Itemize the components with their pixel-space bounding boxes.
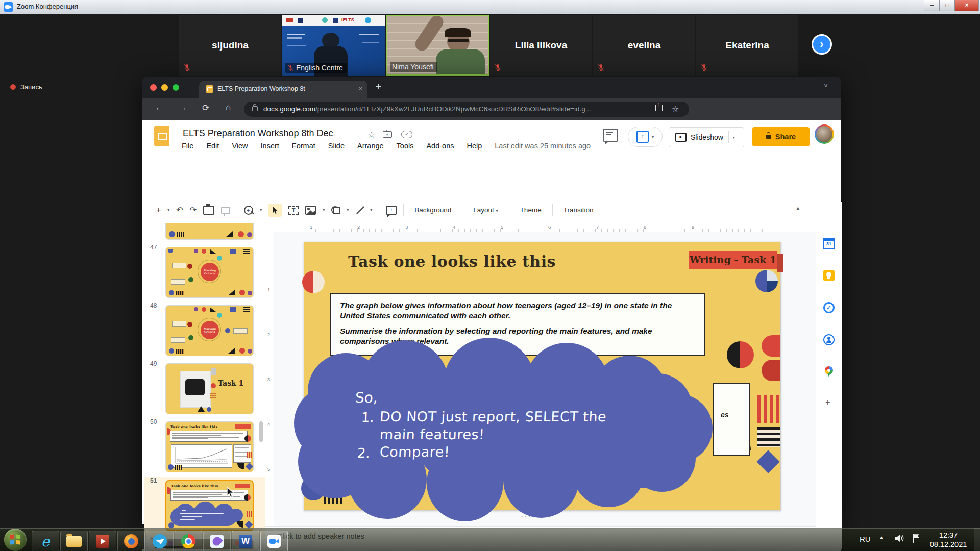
menu-tools[interactable]: Tools — [397, 142, 414, 150]
get-addons-plus-icon[interactable]: + — [825, 398, 830, 407]
next-participants-button[interactable]: › — [812, 34, 832, 55]
doc-title[interactable]: ELTS Preparation Workshop 8th Dec — [183, 128, 333, 139]
menu-edit[interactable]: Edit — [206, 142, 219, 150]
participant-tile[interactable]: evelina — [593, 15, 695, 76]
insert-image-button[interactable] — [305, 206, 316, 215]
insert-comment-button[interactable]: + — [386, 206, 397, 215]
caret-down-icon[interactable]: ▾ — [370, 208, 372, 212]
star-doc-icon[interactable]: ☆ — [368, 130, 375, 140]
browser-tab[interactable]: ELTS Preparation Workshop 8t × — [199, 81, 368, 98]
mac-minimize-icon[interactable] — [161, 84, 168, 91]
participant-tile[interactable]: Lilia Ilikova — [490, 15, 592, 76]
maximize-button[interactable]: □ — [939, 0, 955, 11]
show-desktop-button[interactable] — [974, 528, 980, 551]
taskbar-lightshot-icon[interactable] — [203, 531, 231, 551]
textbox-tool-button[interactable]: T — [288, 206, 299, 215]
caret-down-icon[interactable]: ▾ — [733, 135, 735, 140]
zoom-button[interactable]: + — [244, 206, 253, 215]
background-button[interactable]: Background — [410, 206, 455, 214]
calendar-icon[interactable]: 31 — [823, 238, 835, 249]
url-field[interactable]: docs.google.com/presentation/d/1FfzXjZ9k… — [244, 102, 689, 117]
maps-icon[interactable] — [823, 366, 835, 378]
menu-file[interactable]: File — [182, 142, 193, 150]
filmstrip-scrollbar[interactable] — [259, 421, 263, 442]
menu-arrange[interactable]: Arrange — [357, 142, 384, 150]
participant-tile[interactable]: sijudina — [179, 15, 281, 76]
share-button[interactable]: Share — [752, 127, 810, 146]
taskbar-word-icon[interactable]: W — [232, 531, 259, 551]
move-folder-icon[interactable]: + — [383, 131, 392, 138]
taskbar-zoom-icon[interactable] — [260, 531, 288, 551]
taskbar-ie-icon[interactable]: e — [32, 531, 59, 551]
reload-button[interactable]: ⟳ — [202, 103, 209, 113]
keep-icon[interactable] — [823, 270, 835, 281]
notes-resize-handle[interactable]: ··· — [521, 512, 532, 521]
last-edit-link[interactable]: Last edit was 25 minutes ago — [495, 142, 591, 150]
contacts-icon[interactable] — [823, 334, 835, 345]
caret-down-icon[interactable]: ▾ — [347, 208, 349, 212]
slide-title[interactable]: Task one looks like this — [348, 253, 556, 270]
collapse-toolbar-icon[interactable]: ▴ — [796, 204, 800, 212]
menu-format[interactable]: Format — [292, 142, 315, 150]
tasks-icon[interactable]: ✓ — [823, 302, 835, 313]
close-button[interactable]: × — [954, 0, 979, 11]
menu-insert[interactable]: Insert — [261, 142, 279, 150]
home-button[interactable]: ⌂ — [226, 103, 231, 113]
insert-shape-button[interactable] — [331, 206, 340, 214]
menu-view[interactable]: View — [232, 142, 248, 150]
taskbar-explorer-icon[interactable] — [60, 531, 88, 551]
undo-button[interactable]: ↶ — [176, 205, 183, 215]
print-button[interactable] — [203, 206, 214, 215]
caret-down-icon[interactable]: ▾ — [323, 208, 325, 212]
comment-history-icon[interactable] — [603, 129, 618, 142]
slide-thumbnail-50[interactable]: Task one looks like this — [165, 421, 254, 472]
layout-button[interactable]: Layout ▾ — [469, 206, 502, 214]
taskbar-firefox-icon[interactable] — [117, 531, 145, 551]
tray-clock[interactable]: 12:37 08.12.2021 — [923, 531, 974, 549]
caret-down-icon[interactable]: ▾ — [260, 208, 262, 212]
slides-product-icon[interactable] — [154, 126, 169, 146]
active-speaker-video-tile[interactable]: Nima Yousefi — [386, 15, 489, 76]
new-slide-button[interactable]: + — [156, 206, 161, 215]
new-tab-button[interactable]: + — [376, 81, 381, 92]
start-button[interactable] — [4, 529, 27, 551]
forward-button[interactable]: → — [179, 103, 187, 113]
menu-addons[interactable]: Add-ons — [426, 142, 454, 150]
slide-thumbnail-47[interactable]: Marking Criteria — [165, 247, 254, 298]
taskbar-media-player-icon[interactable] — [89, 531, 116, 551]
back-button[interactable]: ← — [155, 103, 164, 113]
mac-zoom-icon[interactable] — [173, 84, 179, 91]
slide-badge[interactable]: Writing - Task 1 — [689, 251, 777, 269]
participant-video-tile[interactable]: IELTS English Centre — [282, 15, 385, 76]
cloud-shape[interactable] — [294, 338, 713, 517]
present-button[interactable]: ↑ ▾ — [628, 127, 663, 147]
transition-button[interactable]: Transition — [559, 206, 598, 214]
taskbar-telegram-icon[interactable] — [146, 531, 174, 551]
select-tool-button[interactable] — [268, 204, 282, 217]
menu-slide[interactable]: Slide — [328, 142, 345, 150]
bookmark-star-icon[interactable]: ☆ — [672, 104, 679, 114]
taskbar-chrome-icon[interactable] — [175, 531, 202, 551]
slide-thumbnail-48[interactable]: Marking Criteria — [165, 305, 254, 356]
minimize-button[interactable]: – — [924, 0, 940, 11]
caret-down-icon[interactable]: ▾ — [167, 208, 169, 212]
tab-search-chevron-icon[interactable]: ˅ — [824, 82, 828, 90]
action-center-flag-icon[interactable] — [912, 533, 921, 543]
menu-help[interactable]: Help — [467, 142, 482, 150]
paint-format-button[interactable] — [221, 207, 230, 214]
mac-close-icon[interactable] — [150, 84, 157, 91]
language-indicator[interactable]: RU — [860, 535, 871, 543]
tab-close-icon[interactable]: × — [358, 85, 362, 92]
theme-button[interactable]: Theme — [516, 206, 546, 214]
slide-canvas[interactable]: Task one looks like this Writing - Task … — [304, 242, 781, 511]
volume-icon[interactable] — [894, 534, 904, 543]
slide-thumbnail-49[interactable]: Task 1 — [165, 363, 254, 414]
redo-button[interactable]: ↷ — [190, 205, 197, 215]
slideshow-button[interactable]: ▸ Slideshow ▾ — [669, 127, 744, 147]
account-avatar[interactable] — [815, 124, 834, 144]
tray-expand-icon[interactable]: ▲ — [879, 535, 884, 540]
slide-thumbnail-51-selected[interactable]: Task one looks like this — [165, 480, 254, 531]
insert-line-button[interactable] — [355, 206, 363, 214]
participant-tile[interactable]: Ekaterina — [696, 15, 798, 76]
share-page-icon[interactable] — [655, 105, 663, 111]
